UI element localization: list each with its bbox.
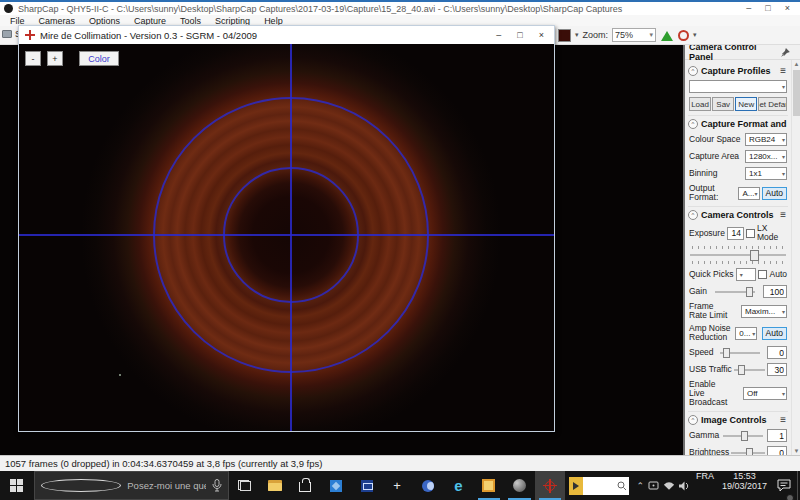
planetarium-app-button[interactable] — [504, 471, 535, 500]
speaker-icon[interactable] — [679, 481, 690, 491]
section-menu-icon[interactable]: ≡ — [780, 416, 788, 424]
close-button[interactable]: × — [785, 3, 790, 14]
tray-expand-icon[interactable]: ⌃ — [637, 481, 645, 491]
menu-options[interactable]: Options — [89, 16, 120, 26]
snapshot-thumbnail-icon[interactable] — [558, 29, 571, 42]
gamma-input[interactable] — [767, 429, 787, 442]
scrollbar-thumb[interactable] — [793, 70, 800, 116]
scroll-down-icon[interactable]: ▼ — [793, 448, 800, 454]
profile-select[interactable]: ▾ — [689, 80, 787, 93]
collapse-icon[interactable]: ^ — [688, 119, 698, 129]
gain-input[interactable] — [763, 285, 787, 298]
grow-circles-button[interactable]: + — [47, 51, 63, 66]
slider-thumb[interactable] — [738, 365, 745, 375]
capture-app-button[interactable] — [474, 471, 505, 500]
gamma-slider[interactable] — [723, 430, 763, 442]
quick-picks-select[interactable]: ▾ — [736, 268, 756, 281]
menu-help[interactable]: Help — [264, 16, 283, 26]
taskbar-search-field[interactable] — [569, 477, 628, 495]
output-format-auto-button[interactable]: Auto — [762, 187, 788, 200]
hot-pixel — [119, 374, 121, 376]
section-menu-icon[interactable]: ≡ — [780, 211, 788, 219]
shopping-bag-icon — [299, 482, 311, 492]
brightness-slider[interactable] — [731, 447, 765, 456]
slider-thumb[interactable] — [746, 287, 753, 297]
maximize-button[interactable]: □ — [765, 3, 770, 14]
slider-thumb[interactable] — [750, 250, 759, 261]
collapse-icon[interactable]: ^ — [688, 210, 698, 220]
exposure-input[interactable] — [727, 227, 744, 240]
colour-space-select[interactable]: RGB24▾ — [745, 133, 787, 146]
zoom-select[interactable]: 75% ▾ — [612, 28, 656, 42]
chevron-down-icon[interactable]: ▾ — [575, 31, 579, 39]
save-profile-button[interactable]: Sav — [712, 97, 734, 111]
store-button[interactable] — [290, 471, 321, 500]
pin-icon[interactable] — [781, 48, 790, 57]
frame-rate-select[interactable]: Maxim...▾ — [741, 305, 787, 318]
speed-input[interactable] — [767, 346, 787, 359]
desktop: SharpCap - QHY5-II-C - C:\Users\sunny\De… — [0, 0, 800, 500]
reticle-icon[interactable] — [678, 30, 689, 41]
mail-button[interactable] — [351, 471, 382, 500]
scroll-up-icon[interactable]: ▲ — [793, 61, 800, 67]
exposure-slider[interactable] — [690, 246, 786, 264]
minimize-button[interactable]: – — [496, 30, 501, 40]
shrink-circles-button[interactable]: - — [25, 51, 41, 66]
usb-traffic-input[interactable] — [767, 363, 787, 376]
collapse-icon[interactable]: ^ — [688, 66, 698, 76]
quick-picks-auto-checkbox[interactable] — [758, 270, 767, 279]
start-button[interactable] — [0, 471, 34, 500]
section-capture-profiles[interactable]: ^ Capture Profiles ≡ — [688, 63, 788, 76]
slider-thumb[interactable] — [741, 431, 748, 441]
cortana-search-box[interactable]: Posez-moi une question. — [34, 471, 229, 500]
minimize-button[interactable]: – — [746, 3, 751, 14]
chevron-down-icon[interactable]: ▾ — [693, 31, 697, 39]
section-camera-controls[interactable]: ^ Camera Controls ≡ — [688, 206, 788, 220]
microphone-icon[interactable] — [212, 479, 222, 492]
network-icon[interactable] — [663, 481, 675, 491]
close-button[interactable]: × — [539, 30, 544, 40]
slider-thumb[interactable] — [746, 448, 753, 456]
menu-file[interactable]: File — [10, 16, 25, 26]
usb-traffic-slider[interactable] — [734, 364, 765, 376]
load-profile-button[interactable]: Load — [689, 97, 711, 111]
menu-cameras[interactable]: Cameras — [39, 16, 76, 26]
capture-area-select[interactable]: 1280x...▾ — [745, 150, 787, 163]
amp-noise-select[interactable]: 0...▾ — [735, 327, 757, 340]
edge-button[interactable]: e — [443, 471, 474, 500]
language-indicator[interactable]: FRA — [692, 471, 718, 500]
output-format-select[interactable]: A...▾ — [738, 187, 759, 200]
collimation-view[interactable]: - + Color — [19, 44, 554, 431]
action-center-button[interactable] — [777, 471, 791, 500]
pinned-app-button[interactable]: + — [382, 471, 413, 500]
speed-slider[interactable] — [720, 347, 760, 359]
slider-thumb[interactable] — [723, 348, 730, 358]
collimation-app-button[interactable] — [535, 471, 566, 500]
broadcast-select[interactable]: Off▾ — [743, 387, 787, 400]
file-explorer-button[interactable] — [260, 471, 291, 500]
section-image-controls[interactable]: ^ Image Controls ≡ — [688, 411, 788, 425]
collimation-titlebar[interactable]: Mire de Collimation - Version 0.3 - SGRM… — [19, 26, 554, 44]
amp-noise-auto-button[interactable]: Auto — [762, 327, 788, 340]
maximize-button[interactable]: □ — [517, 30, 522, 40]
binning-select[interactable]: 1x1▾ — [745, 167, 787, 180]
task-view-button[interactable] — [229, 471, 260, 500]
section-menu-icon[interactable]: ≡ — [780, 67, 788, 75]
pen-icon[interactable] — [648, 480, 659, 491]
new-profile-button[interactable]: New — [735, 97, 757, 111]
set-default-button[interactable]: Set Defaul — [758, 97, 787, 111]
collapse-icon[interactable]: ^ — [688, 415, 698, 425]
lx-mode-checkbox[interactable] — [746, 229, 755, 238]
panel-scrollbar[interactable]: ▲ ▼ — [791, 60, 800, 455]
brightness-input[interactable] — [767, 446, 787, 455]
menu-tools[interactable]: Tools — [180, 16, 201, 26]
menu-scripting[interactable]: Scripting — [215, 16, 250, 26]
photos-button[interactable] — [321, 471, 352, 500]
browser-app-button[interactable] — [412, 471, 443, 500]
color-button[interactable]: Color — [79, 51, 119, 66]
menu-capture[interactable]: Capture — [134, 16, 166, 26]
gain-slider[interactable] — [715, 286, 755, 298]
section-capture-format[interactable]: ^ Capture Format and Area — [688, 115, 788, 129]
taskbar-clock[interactable]: 15:53 19/03/2017 — [718, 471, 771, 500]
histogram-icon[interactable] — [660, 29, 674, 41]
